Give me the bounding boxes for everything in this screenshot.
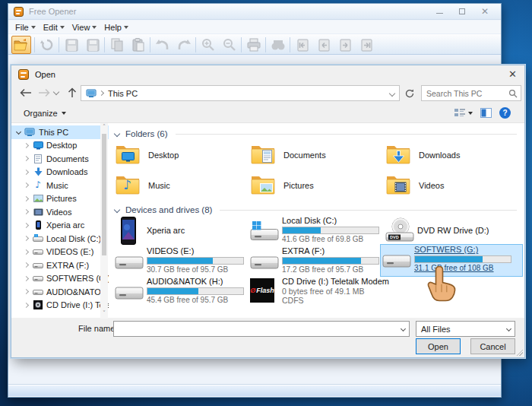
folders-group-header[interactable]: Folders (6)	[115, 129, 517, 138]
toolbar-undo-button[interactable]	[153, 36, 173, 54]
caret-icon	[92, 26, 97, 29]
drive-item-dvd-rw-d[interactable]: DVD DVD RW Drive (D:)	[384, 216, 519, 246]
sidebar-item-audio-natok[interactable]: AUDIO&NATOK	[11, 285, 109, 299]
maximize-button[interactable]	[451, 6, 473, 17]
toolbar-save-button[interactable]	[62, 36, 81, 54]
address-bar[interactable]: This PC	[81, 85, 400, 101]
toolbar-paste-button[interactable]	[128, 36, 148, 54]
drive-item-local-disk-c[interactable]: Local Disk (C:) 41.6 GB free of 69.8 GB	[249, 216, 384, 246]
scroll-up-icon[interactable]: ˄	[101, 125, 107, 131]
folder-item-music[interactable]: ♪ Music	[113, 173, 247, 201]
toolbar-first-page-button[interactable]	[293, 36, 312, 54]
minimize-button[interactable]	[428, 6, 451, 17]
close-icon: ✕	[508, 68, 517, 80]
up-button[interactable]	[65, 87, 79, 99]
drives-group-header[interactable]: Devices and drives (8)	[115, 205, 517, 214]
back-button[interactable]	[17, 87, 33, 99]
drive-item-audio-natok-h[interactable]: AUDIO&NATOK (H:) 45.4 GB free of 95.7 GB	[113, 277, 249, 307]
recent-locations-button[interactable]	[54, 90, 59, 94]
change-view-button[interactable]	[454, 108, 473, 118]
help-button[interactable]: ?	[499, 107, 511, 119]
sidebar-item-local-disk-c[interactable]: Local Disk (C:)	[11, 232, 109, 246]
dialog-titlebar[interactable]: Open ✕	[11, 65, 524, 83]
drive-item-extra-f[interactable]: EXTRA (F:) 17.2 GB free of 95.7 GB	[249, 246, 384, 277]
toolbar-find-button[interactable]	[268, 36, 288, 54]
expand-chevron-icon[interactable]	[24, 170, 29, 175]
expand-chevron-icon[interactable]	[24, 182, 29, 188]
preview-pane-button[interactable]	[480, 108, 492, 118]
collapse-chevron-icon[interactable]	[114, 131, 120, 137]
collapse-chevron-icon[interactable]	[114, 207, 120, 213]
folder-item-downloads[interactable]: Downloads	[384, 143, 518, 170]
toolbar-previous-page-button[interactable]	[314, 36, 334, 54]
toolbar-zoom-in-button[interactable]	[198, 36, 218, 54]
zoom-out-icon	[223, 38, 236, 52]
resize-grip[interactable]	[516, 349, 523, 356]
folder-item-pictures[interactable]: Pictures	[249, 173, 382, 201]
expand-chevron-icon[interactable]	[24, 289, 29, 294]
close-button[interactable]: ✕	[473, 6, 496, 17]
toolbar-copy-button[interactable]	[107, 36, 127, 54]
file-name-combo[interactable]	[113, 321, 410, 337]
toolbar-last-page-button[interactable]	[356, 36, 376, 54]
expand-chevron-icon[interactable]	[24, 249, 29, 255]
toolbar-next-page-button[interactable]	[335, 36, 355, 54]
file-type-select[interactable]: All Files	[416, 321, 515, 337]
sidebar-item-downloads[interactable]: Downloads	[11, 166, 109, 179]
sidebar-item-cd-drive-i[interactable]: CD Drive (I:) Tele	[11, 299, 109, 312]
expand-chevron-icon[interactable]	[16, 129, 21, 135]
folder-item-videos[interactable]: Videos	[384, 173, 518, 201]
scrollbar-thumb[interactable]	[102, 134, 106, 255]
expand-chevron-icon[interactable]	[24, 276, 29, 281]
search-input[interactable]	[422, 87, 521, 101]
sidebar-scrollbar[interactable]: ˄ ˅	[100, 123, 108, 319]
sidebar-item-videos[interactable]: Videos	[11, 205, 109, 219]
dialog-close-button[interactable]: ✕	[508, 68, 517, 80]
sidebar-item-desktop[interactable]: Desktop	[11, 139, 109, 153]
address-dropdown-icon[interactable]	[389, 90, 395, 96]
toolbar-save-as-button[interactable]	[83, 36, 103, 54]
up-arrow-icon	[68, 87, 77, 98]
toolbar-zoom-out-button[interactable]	[220, 36, 239, 54]
breadcrumb[interactable]: This PC	[108, 89, 138, 98]
sidebar-item-documents[interactable]: Documents	[11, 152, 109, 166]
drive-item-xperia-arc[interactable]: Xperia arc	[113, 216, 249, 246]
toolbar-open-button[interactable]	[11, 36, 31, 54]
organize-button[interactable]: Organize	[24, 109, 66, 118]
toolbar-refresh-button[interactable]	[37, 36, 57, 54]
toolbar-redo-button[interactable]	[174, 36, 194, 54]
expand-chevron-icon[interactable]	[24, 196, 29, 201]
sidebar-item-videos-e[interactable]: VIDEOS (E:)	[11, 246, 109, 259]
sidebar-item-xperia-arc[interactable]: Xperia arc	[11, 219, 109, 233]
folder-item-documents[interactable]: Documents	[249, 143, 382, 170]
expand-chevron-icon[interactable]	[24, 143, 29, 148]
expand-chevron-icon[interactable]	[24, 236, 29, 241]
expand-chevron-icon[interactable]	[24, 223, 29, 228]
scroll-down-icon[interactable]: ˅	[101, 311, 107, 317]
toolbar-print-button[interactable]	[244, 36, 264, 54]
refresh-button[interactable]	[402, 85, 416, 101]
expand-chevron-icon[interactable]	[24, 262, 29, 268]
sidebar-item-extra-f[interactable]: EXTRA (F:)	[11, 259, 109, 272]
search-box[interactable]	[421, 85, 521, 101]
sidebar-item-music[interactable]: ♪ Music	[11, 179, 109, 192]
last-page-icon	[360, 39, 373, 52]
menu-file[interactable]: File	[11, 23, 40, 32]
sidebar-item-pictures[interactable]: Pictures	[11, 192, 109, 206]
menu-view[interactable]: View	[68, 23, 101, 32]
sidebar-item-this-pc[interactable]: This PC	[11, 125, 109, 139]
expand-chevron-icon[interactable]	[24, 156, 29, 161]
expand-chevron-icon[interactable]	[24, 209, 29, 214]
forward-button[interactable]	[36, 87, 52, 99]
sidebar-item-softwers-g[interactable]: SOFTWERS (G:)	[11, 272, 109, 286]
expand-chevron-icon[interactable]	[24, 303, 29, 308]
menu-help[interactable]: Help	[100, 23, 132, 32]
menu-edit[interactable]: Edit	[40, 23, 68, 32]
drive-item-videos-e[interactable]: VIDEOS (E:) 30.7 GB free of 95.7 GB	[113, 246, 249, 277]
open-button[interactable]: Open	[416, 338, 461, 354]
drive-item-cd-drive-i[interactable]: ØFlash CD Drive (I:) Teletalk Modem 0 by…	[249, 277, 384, 307]
file-name-input[interactable]	[114, 322, 409, 337]
app-titlebar[interactable]: Free Opener ✕	[8, 4, 501, 20]
folder-item-desktop[interactable]: Desktop	[113, 143, 247, 170]
cancel-button[interactable]: Cancel	[470, 338, 515, 354]
